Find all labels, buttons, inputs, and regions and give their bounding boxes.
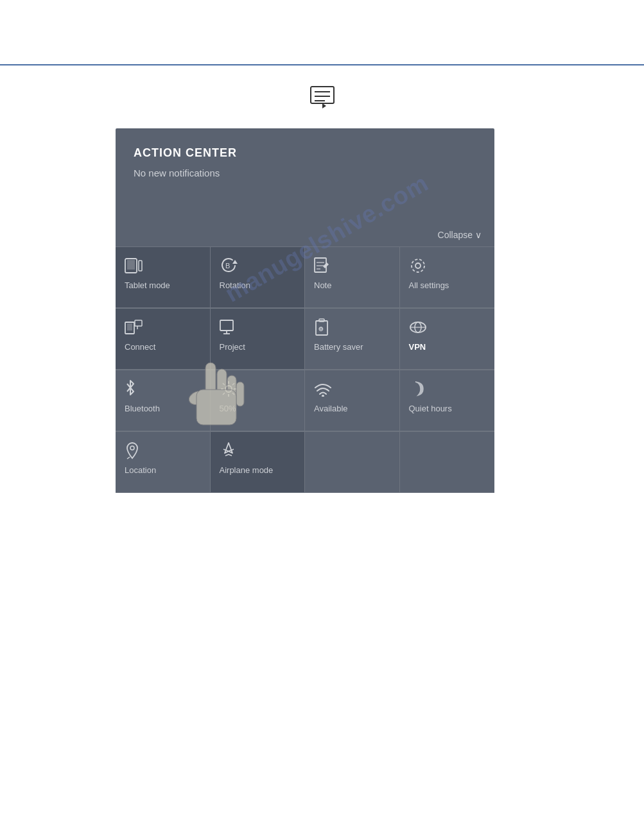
tile-quiet-hours[interactable]: Quiet hours — [400, 370, 495, 431]
hand-cursor-overlay — [172, 356, 256, 440]
top-divider — [0, 64, 644, 65]
action-center-icon[interactable] — [308, 83, 337, 110]
tile-quiet-hours-label: Quiet hours — [409, 404, 487, 413]
empty-cell-1 — [305, 432, 400, 493]
airplane-icon — [220, 441, 297, 460]
tile-location-label: Location — [125, 465, 202, 475]
svg-rect-18 — [135, 320, 142, 326]
tile-wifi[interactable]: Available — [305, 370, 400, 431]
svg-rect-17 — [127, 323, 132, 331]
tile-connect-label: Connect — [125, 342, 202, 352]
connect-icon — [125, 318, 202, 337]
battery-icon: ⌾ — [314, 318, 392, 337]
tile-airplane-label: Airplane mode — [220, 465, 297, 475]
svg-rect-20 — [220, 320, 233, 331]
svg-marker-8 — [232, 260, 238, 264]
tile-battery-saver[interactable]: ⌾ Battery saver — [305, 309, 400, 370]
svg-marker-4 — [322, 103, 326, 108]
location-icon — [125, 441, 202, 460]
tile-airplane-mode[interactable]: Airplane mode — [211, 432, 306, 493]
tile-all-settings[interactable]: All settings — [400, 247, 495, 308]
svg-rect-44 — [236, 382, 244, 406]
svg-text:B: B — [225, 262, 230, 270]
tile-battery-label: Battery saver — [314, 342, 392, 352]
tile-location[interactable]: Location — [116, 432, 211, 493]
panel-subtitle: No new notifications — [134, 168, 476, 178]
panel-header: ACTION CENTER No new notifications — [116, 128, 494, 178]
tile-vpn-label: VPN — [409, 342, 487, 352]
svg-text:⌾: ⌾ — [318, 324, 324, 333]
tile-tablet-mode-label: Tablet mode — [125, 280, 202, 290]
svg-rect-7 — [139, 261, 142, 271]
tile-vpn[interactable]: VPN — [400, 309, 495, 370]
settings-icon — [409, 256, 487, 275]
svg-point-39 — [130, 446, 134, 450]
svg-rect-46 — [196, 390, 236, 425]
collapse-chevron-icon: ∨ — [475, 230, 482, 240]
wifi-icon — [314, 379, 392, 399]
svg-point-38 — [322, 395, 324, 397]
tile-wifi-label: Available — [314, 404, 392, 413]
collapse-label: Collapse — [438, 230, 473, 240]
tile-tablet-mode[interactable]: Tablet mode — [116, 247, 211, 308]
svg-point-14 — [415, 263, 421, 268]
note-icon — [314, 256, 392, 275]
quiet-hours-icon — [409, 379, 487, 399]
svg-rect-24 — [319, 319, 324, 322]
tile-rotation-label: Rotation — [220, 280, 297, 290]
collapse-row: Collapse ∨ — [116, 178, 494, 246]
vpn-icon — [409, 318, 487, 337]
empty-cell-2 — [400, 432, 495, 493]
svg-line-40 — [127, 457, 130, 459]
tablet-mode-icon — [125, 256, 202, 275]
project-icon — [220, 318, 297, 337]
panel-title: ACTION CENTER — [134, 146, 476, 160]
tile-project-label: Project — [220, 342, 297, 352]
grid-row-1: Tablet mode B Rotation — [116, 246, 494, 308]
tile-note-label: Note — [314, 280, 392, 290]
svg-rect-6 — [127, 260, 135, 270]
tile-note[interactable]: Note — [305, 247, 400, 308]
grid-row-bottom: Location Airplane mode — [116, 431, 494, 493]
collapse-button[interactable]: Collapse ∨ — [438, 230, 482, 240]
rotation-icon: B — [220, 256, 297, 275]
tile-rotation[interactable]: B Rotation — [211, 247, 306, 308]
svg-point-15 — [412, 259, 424, 272]
tile-all-settings-label: All settings — [409, 280, 487, 290]
